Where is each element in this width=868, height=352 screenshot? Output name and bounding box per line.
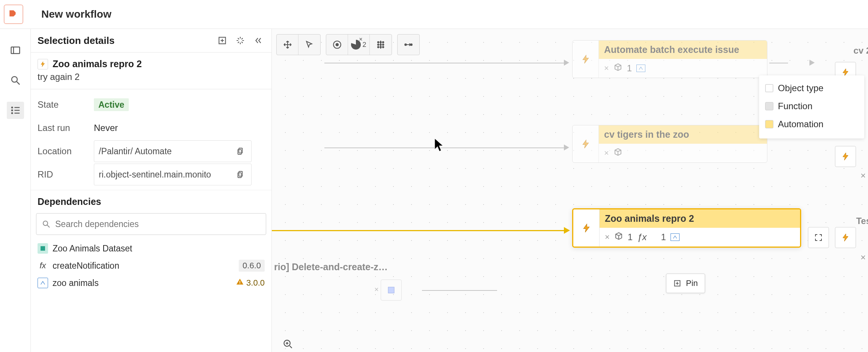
legend-label: Object type [778, 83, 823, 93]
automation-node-selected[interactable]: Zoo animals repro 2 × 1 ƒx 1 [572, 208, 801, 248]
dependencies-search-input[interactable] [55, 219, 261, 229]
dependency-label: createNotification [53, 261, 119, 271]
node-title-truncated[interactable]: Tes [856, 216, 868, 226]
progress-icon[interactable]: 2 [348, 35, 370, 55]
rid-key: RID [38, 169, 94, 180]
zoom-in-icon[interactable] [279, 337, 297, 351]
grid-icon[interactable] [370, 35, 392, 55]
select-tool-icon[interactable] [298, 35, 320, 55]
close-icon[interactable]: × [604, 63, 609, 73]
close-icon[interactable]: × [858, 253, 868, 262]
dependency-item[interactable]: Zoo Animals Dataset [31, 240, 271, 257]
function-icon: fx [38, 260, 48, 271]
fx-icon: ƒx [637, 232, 646, 242]
arrow-icon [564, 144, 569, 150]
rid-field[interactable]: ri.object-sentinel.main.monito [94, 164, 252, 185]
arrow-icon [809, 60, 815, 66]
node-count: 1 [628, 232, 633, 242]
objecttype-icon [636, 65, 645, 72]
svg-point-6 [11, 110, 13, 111]
search-icon [42, 220, 51, 229]
location-field[interactable]: /Palantir/ Automate [94, 140, 252, 162]
state-key: State [38, 99, 94, 110]
automation-node[interactable]: cv tigers in the zoo × [572, 125, 767, 163]
focus-icon[interactable] [234, 34, 247, 47]
cube-icon [613, 63, 622, 74]
dependencies-title: Dependencies [31, 190, 271, 211]
panel-icon[interactable] [7, 42, 24, 59]
svg-rect-14 [238, 149, 241, 154]
close-icon[interactable]: × [604, 148, 609, 158]
topbar: New workflow [0, 0, 868, 29]
svg-point-17 [43, 221, 48, 226]
legend-label: Automation [778, 119, 823, 129]
pin-panel-icon[interactable] [216, 34, 229, 47]
edge [769, 63, 788, 63]
svg-line-3 [17, 82, 20, 85]
move-tool-icon[interactable] [277, 35, 298, 55]
collapse-icon[interactable] [252, 34, 265, 47]
arrow-icon [564, 227, 570, 234]
copy-rid-icon[interactable] [234, 168, 247, 181]
copy-location-icon[interactable] [234, 145, 247, 158]
svg-rect-40 [388, 287, 394, 293]
dependency-label: zoo animals [53, 278, 99, 288]
panel-title: Selection details [38, 35, 115, 47]
svg-point-34 [405, 44, 406, 45]
svg-point-26 [383, 42, 384, 43]
pin-button[interactable]: Pin [666, 274, 705, 293]
close-icon[interactable]: × [858, 171, 868, 181]
svg-rect-21 [240, 283, 240, 284]
node-title: Automate batch execute issue [599, 41, 767, 59]
automation-node[interactable]: Automate batch execute issue × 1 [572, 40, 767, 78]
edge [324, 147, 565, 148]
node-title: cv tigers in the zoo [599, 125, 767, 144]
close-icon[interactable]: × [605, 232, 610, 242]
automation-icon[interactable] [835, 146, 856, 167]
left-rail [0, 29, 31, 352]
dependency-item[interactable]: fx createNotification 0.6.0 [31, 257, 271, 275]
dependency-version: 3.0.0 [236, 278, 265, 288]
cube-icon [613, 147, 622, 159]
node-title-truncated[interactable]: rio] Delete-and-create-z… [274, 262, 388, 272]
svg-rect-13 [239, 148, 242, 153]
automation-icon[interactable] [835, 227, 856, 248]
record-icon[interactable] [326, 35, 348, 55]
svg-rect-7 [14, 110, 20, 111]
selection-block: Zoo animals repro 2 try again 2 [31, 53, 271, 89]
automation-icon [573, 125, 599, 162]
svg-rect-15 [239, 171, 242, 176]
search-icon[interactable] [7, 72, 24, 89]
workflow-canvas[interactable]: 2 Object type Function Automation Automa… [272, 29, 868, 352]
node-title: Zoo animals repro 2 [600, 209, 800, 228]
dependency-item[interactable]: zoo animals 3.0.0 [31, 275, 271, 291]
dataset-icon [38, 243, 48, 254]
svg-point-24 [378, 42, 379, 43]
node-count: 1 [627, 63, 632, 74]
selection-title: Zoo animals repro 2 [53, 59, 142, 69]
list-icon[interactable] [7, 102, 24, 119]
legend-swatch-object [765, 84, 773, 92]
selection-details-panel: Selection details Zoo animals repro 2 tr… [31, 29, 272, 352]
svg-point-30 [378, 47, 379, 48]
automation-icon [573, 209, 600, 247]
svg-rect-5 [14, 107, 20, 108]
automation-icon [38, 59, 48, 69]
edge [422, 290, 497, 291]
cursor-icon [433, 137, 445, 148]
svg-point-29 [383, 44, 384, 45]
expand-icon[interactable] [808, 227, 829, 248]
flow-icon[interactable] [398, 35, 419, 55]
legend-swatch-function [765, 102, 773, 110]
app-icon[interactable] [4, 5, 23, 24]
canvas-toolbar: 2 [276, 34, 420, 55]
legend-swatch-automation [765, 120, 773, 128]
svg-line-42 [290, 346, 292, 348]
node-title-truncated[interactable]: cv 2 [853, 45, 868, 56]
svg-rect-9 [14, 113, 20, 114]
objecttype-icon [38, 278, 48, 288]
dataset-node[interactable]: × [381, 280, 402, 301]
automation-icon [573, 41, 599, 78]
dependency-version: 0.6.0 [239, 260, 265, 272]
state-badge: Active [94, 98, 129, 111]
